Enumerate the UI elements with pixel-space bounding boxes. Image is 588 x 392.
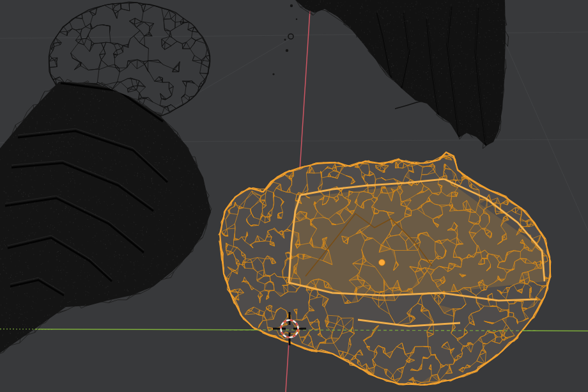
terraced-mesh-region[interactable] (0, 80, 212, 355)
object-origin-dot (378, 259, 385, 266)
3d-cursor-crosshair (273, 312, 306, 345)
3d-viewport[interactable] (0, 0, 588, 392)
selected-blob-mesh-region[interactable] (219, 152, 551, 386)
cloth-mesh-region[interactable] (294, 0, 506, 148)
3d-cursor (269, 308, 310, 349)
